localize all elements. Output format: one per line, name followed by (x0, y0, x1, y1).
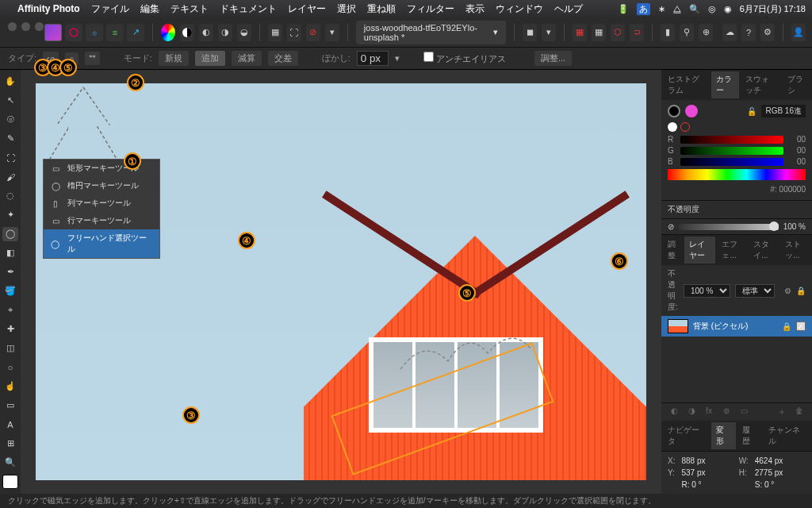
transform-h[interactable]: 2775 px (755, 468, 806, 477)
mode-intersect[interactable]: 交差 (268, 51, 298, 66)
fg-swatch[interactable] (668, 105, 680, 117)
dodge-tool-icon[interactable]: ○ (2, 360, 18, 375)
menu-window[interactable]: ウィンドウ (496, 2, 543, 16)
autocontrast-icon[interactable]: ◑ (218, 24, 232, 41)
assistant-icon[interactable]: ▮ (661, 24, 675, 41)
window-controls[interactable] (0, 17, 52, 31)
blur-input[interactable] (357, 51, 389, 66)
input-icon[interactable]: あ (637, 3, 650, 15)
tab-channels[interactable]: チャンネル (764, 422, 810, 449)
autocolor-icon[interactable]: ◒ (237, 24, 251, 41)
app-name[interactable]: Affinity Photo (17, 3, 80, 14)
menu-filter[interactable]: フィルター (407, 2, 454, 16)
move-tool-icon[interactable]: ↖ (2, 94, 18, 108)
blur-dropdown-icon[interactable]: ▾ (395, 53, 400, 64)
adjust-button[interactable]: 調整... (534, 51, 572, 66)
none-swatch-icon[interactable] (680, 122, 690, 132)
bw-circle-icon[interactable] (180, 24, 194, 41)
layer-opacity-select[interactable]: 100 % (684, 284, 730, 298)
layer-row-bg[interactable]: 背景 (ピクセル) 🔒 ✓ (661, 316, 812, 337)
menu-help[interactable]: ヘルプ (554, 2, 583, 16)
menu-layer[interactable]: レイヤー (288, 2, 326, 16)
fill-tool-icon[interactable]: 🪣 (2, 284, 18, 298)
group-icon[interactable]: ▭ (737, 406, 750, 418)
text-tool-icon[interactable]: A (2, 418, 18, 432)
quick-mask-icon[interactable]: ▾ (542, 24, 556, 41)
tab-brush[interactable]: ブラシ (783, 71, 810, 98)
selection-brush-icon[interactable]: ◌ (2, 189, 18, 203)
hex-value[interactable]: #: 000000 (668, 183, 806, 195)
bluetooth-icon[interactable]: ∗ (658, 4, 665, 14)
mode-add[interactable]: 追加 (195, 51, 225, 66)
flyout-column-marquee[interactable]: ▯列マーキーツール (44, 194, 159, 212)
menu-document[interactable]: ドキュメント (220, 2, 277, 16)
add-mask-icon[interactable]: ◐ (668, 406, 680, 418)
help-icon[interactable]: ? (741, 24, 756, 41)
tab-stock[interactable]: ストッ... (780, 237, 810, 264)
grid-red-icon[interactable]: ▦ (573, 24, 587, 41)
r-slider[interactable]: R00 (668, 135, 806, 144)
clone-tool-icon[interactable]: ⌖ (2, 303, 18, 318)
menu-text[interactable]: テキスト (170, 2, 209, 16)
document-tab[interactable]: joss-woodhead-tfEoT92EYlo-unsplash *▾ (356, 21, 506, 44)
tab-navigator[interactable]: ナビゲータ (663, 422, 710, 449)
b-slider[interactable]: B00 (668, 157, 806, 166)
canvas[interactable] (36, 83, 646, 480)
tab-styles[interactable]: スタイ... (749, 237, 779, 264)
pen-tool-icon[interactable]: ✒ (2, 265, 18, 279)
mode-subtract[interactable]: 減算 (232, 51, 262, 66)
foreground-swatch[interactable] (2, 475, 18, 489)
autolevels-icon[interactable]: ◐ (199, 24, 213, 41)
tab-histogram[interactable]: ヒストグラム (663, 71, 710, 98)
flood-select-icon[interactable]: ✦ (2, 208, 18, 222)
add-layer-icon[interactable]: ＋ (776, 406, 788, 418)
node-tool-icon[interactable]: ✎ (2, 132, 18, 146)
persona-tone-icon[interactable]: ≡ (106, 24, 124, 41)
transform-r[interactable]: R: 0 ° (681, 480, 732, 489)
add-icon[interactable]: ⊕ (699, 24, 713, 41)
snap-icon[interactable]: ⬡ (611, 24, 625, 41)
cloud-icon[interactable]: ☁ (722, 24, 737, 41)
transform-w[interactable]: 4624 px (755, 456, 806, 465)
mask-icon[interactable]: ◼ (523, 24, 537, 41)
heal-tool-icon[interactable]: ✚ (2, 322, 18, 337)
color-mode-select[interactable]: RGB 16進 (761, 105, 806, 117)
canvas-area[interactable]: ▭矩形マーキーツール ◯楕円マーキーツール ▯列マーキーツール ▭行マーキーツー… (21, 70, 661, 494)
layer-gear-icon[interactable]: ⚙ (784, 287, 791, 295)
magnet-icon[interactable]: ⊃ (630, 24, 644, 41)
delete-layer-icon[interactable]: 🗑 (793, 406, 806, 418)
crop-icon[interactable]: ⛶ (287, 24, 301, 41)
marquee-tool-icon[interactable]: ◯ (2, 227, 18, 241)
wifi-icon[interactable]: ⧋ (673, 4, 681, 14)
flyout-row-marquee[interactable]: ▭行マーキーツール (44, 212, 159, 229)
smudge-tool-icon[interactable]: ☝ (2, 379, 18, 394)
hand-tool-icon[interactable]: ✋ (2, 75, 18, 89)
add-live-icon[interactable]: ⊚ (720, 406, 733, 418)
opacity-slider[interactable] (679, 224, 779, 230)
menu-edit[interactable]: 編集 (140, 2, 159, 16)
opacity-none-icon[interactable]: ⊘ (668, 222, 674, 231)
flyout-ellipse-marquee[interactable]: ◯楕円マーキーツール (44, 177, 159, 194)
menu-view[interactable]: 表示 (465, 2, 485, 16)
tab-effects[interactable]: エフェ... (717, 237, 747, 264)
prefs-icon[interactable]: ⚙ (760, 24, 775, 41)
transform-s[interactable]: S: 0 ° (755, 480, 806, 489)
reset-swatch-icon[interactable] (668, 122, 677, 132)
persona-export-icon[interactable]: ↗ (127, 24, 144, 41)
zoom-tool-icon[interactable]: 🔍 (2, 456, 18, 470)
tab-layers[interactable]: レイヤー (684, 237, 715, 264)
tab-transform[interactable]: 変形 (711, 422, 736, 449)
persona-develop-icon[interactable]: ⟐ (86, 24, 103, 41)
tab-history[interactable]: 履歴 (737, 422, 762, 449)
menu-file[interactable]: ファイル (91, 2, 129, 16)
clock[interactable]: 6月7日(月) 17:18 (740, 3, 806, 15)
layer-visible-checkbox[interactable]: ✓ (796, 321, 806, 331)
control-center-icon[interactable]: ◎ (708, 4, 716, 14)
bg-swatch[interactable] (685, 105, 698, 117)
mesh-tool-icon[interactable]: ⊞ (2, 437, 18, 451)
search-icon[interactable]: 🔍 (689, 4, 700, 14)
siri-icon[interactable]: ◉ (724, 4, 732, 14)
type-magnetic-icon[interactable]: ᕯ (85, 52, 100, 65)
paintbrush-tool-icon[interactable]: 🖌 (2, 170, 18, 184)
persona-liquify-icon[interactable] (65, 24, 82, 41)
